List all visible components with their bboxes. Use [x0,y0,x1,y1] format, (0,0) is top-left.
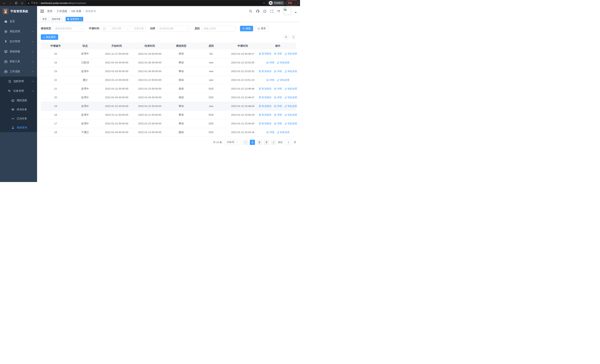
trash-icon [259,105,261,107]
sidebar-item-10[interactable]: 已办任务 [0,114,37,123]
progress-link[interactable]: 审批进度 [284,70,297,73]
page-size-select[interactable]: 10条/页 [224,140,241,145]
font-size-icon[interactable]: TT [277,10,280,13]
detail-link[interactable]: 详情 [266,131,274,134]
breadcrumb-item[interactable]: 工作流程 [56,9,67,13]
sidebar-item-11[interactable]: 请假查询 [0,123,37,132]
reload-icon[interactable] [14,0,19,5]
tab-2[interactable]: 请假查询× [66,17,83,21]
breadcrumb-item[interactable]: OA 示例 [71,9,81,13]
detail-link[interactable]: 详情 [266,78,274,82]
cell-id: 19 [41,102,70,111]
sidebar-item-6[interactable]: 流程管理 [0,76,37,86]
sidebar-item-4[interactable]: 研发工具 [0,56,37,66]
cell-apply: 2022-01-22 23:49:46 [226,84,260,93]
progress-link[interactable]: 审批进度 [284,104,297,108]
refresh-button[interactable] [291,34,296,40]
sidebar-item-label: 请假查询 [17,126,27,129]
sidebar-item-9[interactable]: 待办任务 [0,105,37,114]
breadcrumb-item[interactable]: 首页 [47,9,52,13]
detail-link[interactable]: 详情 [274,87,282,90]
sidebar-item-5[interactable]: 工作流程 [0,66,37,76]
cell-id: 23 [41,67,70,76]
help-icon[interactable]: ? [263,10,266,13]
cell-reason: EE [197,49,226,58]
sidebar-toggle-icon[interactable] [40,9,44,13]
sidebar-item-7[interactable]: 任务管理 [0,86,37,96]
prev-page-button[interactable]: ‹ [243,140,248,145]
row-actions: 取消请假详情审批进度 [259,113,296,117]
cancel-link[interactable]: 取消请假 [259,96,271,99]
cancel-link[interactable]: 取消请假 [259,104,271,108]
page-content: 请假类型 请选择请假类型 申请时间 开始日期 - 结束日期 结果 [37,22,300,182]
progress-link[interactable]: 审批进度 [284,52,297,56]
avatar[interactable] [284,8,291,15]
detail-link[interactable]: 详情 [274,70,282,73]
create-leave-button[interactable]: + 发起请假 [41,34,58,40]
url-bar[interactable]: ▲ 不安全 dashboard.yudao.iocoder.cn/bpm/oa/… [26,0,267,5]
pen-icon [284,53,287,55]
page-button-3[interactable]: 3 [264,140,269,145]
detail-link[interactable]: 详情 [274,96,282,99]
progress-link[interactable]: 审批进度 [277,61,290,64]
briefcase-icon [4,70,7,73]
progress-link[interactable]: 审批进度 [284,96,297,99]
update-button[interactable]: 更新 ⋮ [286,0,298,5]
detail-link[interactable]: 详情 [266,61,274,64]
chevron-down-icon [32,51,34,52]
result-select[interactable]: 请选择流结果 [157,26,190,31]
cell-id: 24 [41,58,70,67]
cancel-link[interactable]: 取消请假 [259,113,271,117]
leave-type-select[interactable]: 请选择请假类型 [53,26,84,31]
progress-link[interactable]: 审批进度 [277,131,290,134]
page-button-2[interactable]: 2 [257,140,262,145]
next-page-button[interactable]: › [271,140,276,145]
detail-link[interactable]: 详情 [274,122,282,125]
avatar-caret-icon[interactable] [295,12,297,13]
tab-1[interactable]: 流程详情× [50,17,65,21]
home-icon[interactable]: ⌂ [20,0,24,5]
pen-icon [284,105,287,107]
progress-link[interactable]: 审批进度 [284,113,297,117]
reason-input[interactable]: 请输入原因 [202,26,236,31]
forward-icon[interactable]: → [8,0,13,5]
page-button-1[interactable]: 1 [250,140,255,145]
cancel-link[interactable]: 取消请假 [259,52,271,56]
search-icon[interactable] [249,10,252,13]
detail-link-label: 详情 [277,52,282,56]
cancel-link[interactable]: 取消请假 [259,87,271,90]
bookmark-icon[interactable]: ☆ [263,1,265,4]
progress-link[interactable]: 审批进度 [277,78,290,82]
show-search-button[interactable] [283,34,289,40]
apply-time-range[interactable]: 开始日期 - 结束日期 [101,26,146,31]
search-button[interactable]: 搜索 [240,26,253,31]
row-actions: 取消请假详情审批进度 [259,52,296,56]
browser-menu-icon[interactable]: ⋮ [294,2,296,4]
jump-page-input[interactable]: 1 [285,140,292,145]
sidebar-item-3[interactable]: 基础设施 [0,47,37,56]
cancel-link[interactable]: 取消请假 [259,122,271,125]
progress-link[interactable]: 审批进度 [284,87,297,90]
sidebar-item-8[interactable]: 我的流程 [0,96,37,105]
back-icon[interactable]: ← [2,0,7,5]
sidebar-item-2[interactable]: ¥支付管理 [0,37,37,47]
detail-link[interactable]: 详情 [274,113,282,117]
sidebar-item-0[interactable]: 首页 [0,17,37,27]
progress-link-label: 审批进度 [287,122,297,125]
reset-button[interactable]: 重置 [255,26,268,31]
fullscreen-icon[interactable] [270,10,273,13]
detail-link[interactable]: 详情 [274,52,282,56]
sidebar-item-1[interactable]: 系统管理 [0,27,37,37]
close-tab-icon[interactable]: × [80,18,81,20]
progress-link[interactable]: 审批进度 [284,122,297,125]
close-tab-icon[interactable]: × [62,18,63,20]
cell-reason: EEE [197,128,226,137]
tab-0[interactable]: 首页 [40,17,48,21]
github-icon[interactable] [256,9,259,13]
cell-apply: 2022-01-22 23:53:35 [226,58,260,67]
cell-end: 2022-01-11 00:00:00 [134,111,166,119]
detail-link[interactable]: 详情 [274,104,282,108]
trash-icon [259,114,261,116]
breadcrumb: 首页/工作流程/OA 示例/请假查询 [47,9,96,13]
cancel-link[interactable]: 取消请假 [259,70,271,73]
